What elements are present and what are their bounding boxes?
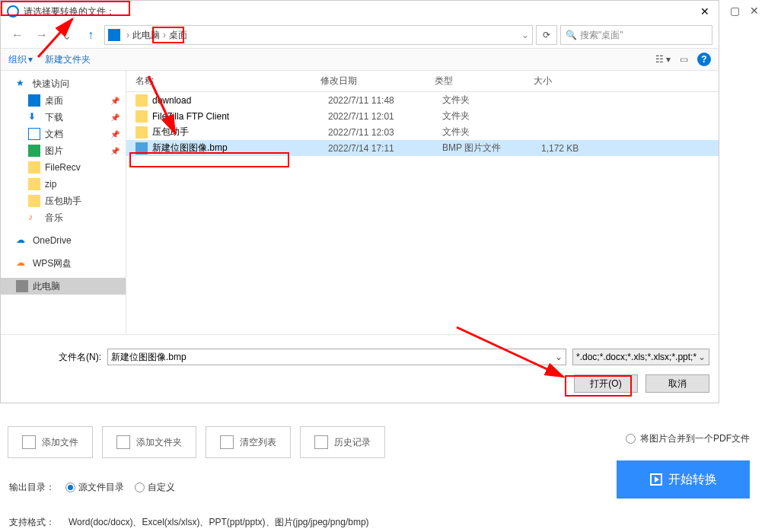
folder-icon (28, 195, 40, 207)
toolbar: 组织▾ 新建文件夹 ☷ ▾ ▭ ? (1, 48, 719, 71)
sidebar-item-zip[interactable]: zip (1, 176, 126, 193)
chevron-right-icon: › (163, 30, 166, 40)
output-opt-custom[interactable]: 自定义 (135, 481, 175, 494)
maximize-icon[interactable]: ▢ (728, 4, 741, 18)
document-icon (28, 128, 40, 140)
sidebar-item-downloads[interactable]: ⬇下载📌 (1, 109, 126, 126)
new-folder-button[interactable]: 新建文件夹 (45, 53, 91, 66)
output-opt-source[interactable]: 源文件目录 (65, 481, 124, 494)
music-icon: ♪ (28, 212, 40, 224)
cloud-icon: ☁ (16, 257, 28, 269)
app-icon (7, 5, 19, 18)
view-mode-button[interactable]: ☷ ▾ (655, 54, 671, 65)
file-list-header: 名称 修改日期 类型 大小 (126, 71, 719, 92)
sidebar-item-yabao[interactable]: 压包助手 (1, 193, 126, 209)
star-icon: ★ (16, 78, 28, 90)
chevron-down-icon: ⌄ (698, 352, 706, 362)
start-convert-button[interactable]: 开始转换 (617, 460, 750, 499)
filename-label: 文件名(N): (10, 351, 101, 364)
play-icon (650, 473, 662, 486)
sidebar: ★快速访问 桌面📌 ⬇下载📌 文档📌 图片📌 FileRecv zip 压包助手… (1, 71, 126, 334)
pictures-icon (28, 145, 40, 157)
folder-icon (28, 161, 40, 174)
file-open-dialog: 请选择要转换的文件： ✕ ← → ⌄ ↑ › 此电脑 › 桌面 ⌄ ⟳ 🔍 搜索… (0, 0, 719, 403)
sidebar-item-pictures[interactable]: 图片📌 (1, 142, 126, 159)
pc-icon (108, 29, 120, 41)
breadcrumb-desktop[interactable]: 桌面 (169, 29, 187, 42)
folder-icon (28, 178, 40, 190)
column-date[interactable]: 修改日期 (320, 75, 435, 88)
history-icon (314, 435, 328, 449)
chevron-down-icon: ▾ (28, 54, 33, 65)
pin-icon: 📌 (110, 113, 120, 122)
close-icon[interactable]: ✕ (697, 4, 712, 19)
chevron-down-icon[interactable]: ⌄ (521, 30, 529, 40)
folder-icon (135, 94, 148, 107)
trash-icon (220, 435, 234, 449)
back-button[interactable]: ← (7, 24, 28, 46)
sidebar-item-desktop[interactable]: 桌面📌 (1, 92, 126, 109)
add-file-button[interactable]: 添加文件 (8, 426, 93, 458)
filename-input[interactable]: 新建位图图像.bmp⌄ (107, 349, 566, 365)
chevron-down-icon[interactable]: ⌄ (555, 352, 563, 362)
file-row[interactable]: download 2022/7/11 11:48 文件夹 (126, 92, 719, 108)
radio-icon[interactable] (135, 483, 145, 492)
file-row[interactable]: FileZilla FTP Client 2022/7/11 12:01 文件夹 (126, 108, 719, 124)
pin-icon: 📌 (110, 147, 120, 155)
file-list: 名称 修改日期 类型 大小 download 2022/7/11 11:48 文… (126, 71, 719, 334)
dialog-bottom: 文件名(N): 新建位图图像.bmp⌄ *.doc;*.docx;*.xls;*… (1, 334, 719, 400)
pin-icon: 📌 (110, 130, 120, 139)
clear-list-button[interactable]: 清空列表 (206, 426, 291, 458)
add-folder-button[interactable]: 添加文件夹 (102, 426, 196, 458)
file-row[interactable]: 压包助手 2022/7/11 12:03 文件夹 (126, 124, 719, 140)
sidebar-item-filerecv[interactable]: FileRecv (1, 159, 126, 176)
sidebar-item-documents[interactable]: 文档📌 (1, 126, 126, 142)
sidebar-item-onedrive[interactable]: ☁OneDrive (1, 232, 126, 249)
bmp-icon (135, 142, 148, 155)
open-button[interactable]: 打开(O) (574, 374, 638, 393)
pin-icon: 📌 (110, 97, 120, 105)
pc-icon (16, 280, 28, 292)
search-input[interactable]: 🔍 搜索"桌面" (560, 25, 712, 45)
search-icon: 🔍 (566, 30, 577, 40)
search-placeholder: 搜索"桌面" (580, 29, 623, 42)
file-row-selected[interactable]: 新建位图图像.bmp 2022/7/14 17:11 BMP 图片文件 1,17… (126, 140, 719, 156)
column-type[interactable]: 类型 (435, 75, 534, 88)
column-size[interactable]: 大小 (534, 75, 610, 88)
up-button[interactable]: ↑ (80, 24, 101, 46)
titlebar: 请选择要转换的文件： ✕ (1, 1, 719, 22)
sidebar-item-wps[interactable]: ☁WPS网盘 (1, 255, 126, 272)
output-label: 输出目录： (9, 481, 55, 494)
download-icon: ⬇ (28, 111, 40, 123)
radio-checked-icon[interactable] (65, 483, 75, 492)
desktop-icon (28, 94, 40, 107)
cancel-button[interactable]: 取消 (645, 374, 709, 393)
radio-icon[interactable] (626, 434, 636, 444)
filetype-select[interactable]: *.doc;*.docx;*.xls;*.xlsx;*.ppt;*⌄ (572, 349, 709, 365)
history-button[interactable]: 历史记录 (300, 426, 385, 458)
navbar: ← → ⌄ ↑ › 此电脑 › 桌面 ⌄ ⟳ 🔍 搜索"桌面" (1, 22, 719, 48)
folder-icon (135, 110, 148, 123)
merge-option[interactable]: 将图片合并到一个PDF文件 (626, 432, 750, 445)
sidebar-item-music[interactable]: ♪音乐 (1, 209, 126, 226)
organize-menu[interactable]: 组织▾ (8, 53, 33, 66)
folder-plus-icon (116, 435, 130, 449)
sidebar-item-quickaccess[interactable]: ★快速访问 (1, 75, 126, 92)
recent-dropdown[interactable]: ⌄ (56, 24, 77, 46)
sidebar-item-thispc[interactable]: 此电脑 (1, 278, 126, 295)
column-name[interactable]: 名称 (126, 75, 320, 88)
dialog-title: 请选择要转换的文件： (24, 5, 697, 18)
breadcrumb-pc[interactable]: 此电脑 (132, 29, 160, 42)
refresh-button[interactable]: ⟳ (536, 25, 557, 45)
file-plus-icon (22, 435, 36, 449)
output-row: 输出目录： 源文件目录 自定义 (9, 481, 175, 494)
help-icon[interactable]: ? (697, 53, 711, 66)
close-outer-icon[interactable]: ✕ (747, 4, 761, 18)
breadcrumb[interactable]: › 此电脑 › 桌面 ⌄ (104, 25, 533, 45)
forward-button[interactable]: → (31, 24, 53, 46)
support-formats: 支持格式： Word(doc/docx)、Excel(xls/xlsx)、PPT… (9, 516, 369, 529)
preview-pane-button[interactable]: ▭ (680, 54, 688, 65)
chevron-right-icon: › (126, 30, 129, 40)
folder-icon (135, 126, 148, 139)
cloud-icon: ☁ (16, 234, 28, 247)
